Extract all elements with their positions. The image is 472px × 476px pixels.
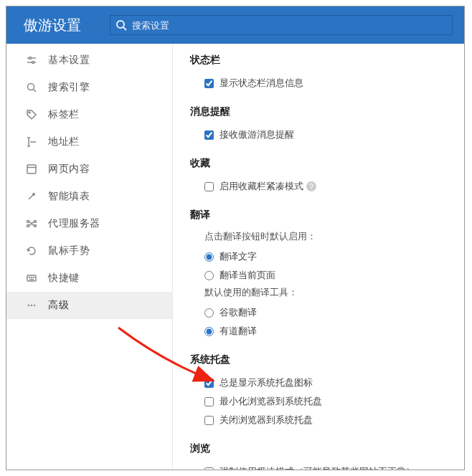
- option-label: 强制使用极速模式（可能导致某些网站不正常）: [220, 465, 415, 470]
- svg-point-6: [28, 84, 34, 90]
- svg-point-19: [34, 225, 37, 227]
- radio-google[interactable]: [204, 308, 214, 318]
- sidebar-item-label: 智能填表: [48, 190, 90, 203]
- content: 状态栏 显示状态栏消息信息 消息提醒 接收傲游消息提醒 收藏 启用收藏栏紧凑模式: [173, 44, 464, 470]
- refresh-icon: [25, 244, 38, 257]
- section-browsing: 浏览 强制使用极速模式（可能导致某些网站不正常）: [190, 442, 450, 470]
- option-label: 关闭浏览器到系统托盘: [220, 414, 313, 427]
- keyboard-icon: [25, 272, 38, 285]
- svg-point-18: [34, 221, 37, 223]
- option-label: 总是显示系统托盘图标: [220, 376, 313, 389]
- section-tray: 系统托盘 总是显示系统托盘图标 最小化浏览器到系统托盘 关闭浏览器到系统托盘: [190, 353, 450, 429]
- option-label: 最小化浏览器到系统托盘: [220, 395, 322, 408]
- option-label: 谷歌翻译: [220, 306, 257, 319]
- sidebar-item-proxy[interactable]: 代理服务器: [6, 210, 172, 237]
- radio-translate-page[interactable]: [204, 271, 214, 280]
- svg-line-7: [34, 90, 37, 92]
- search-input[interactable]: [110, 15, 453, 35]
- checkbox-tray-minimize[interactable]: [204, 397, 214, 406]
- svg-line-1: [123, 27, 126, 30]
- svg-rect-13: [27, 165, 36, 173]
- svg-point-5: [32, 62, 34, 64]
- section-translation: 翻译 点击翻译按钮时默认启用： 翻译文字 翻译当前页面 默认使用的翻译工具： 谷…: [190, 209, 450, 341]
- sidebar-item-label: 标签栏: [48, 108, 80, 121]
- svg-point-17: [27, 225, 29, 227]
- sidebar: 基本设置 搜索引擎 标签栏: [6, 44, 173, 470]
- section-title: 消息提醒: [190, 105, 450, 118]
- radio-translate-text[interactable]: [204, 252, 214, 262]
- section-title: 系统托盘: [190, 353, 450, 366]
- checkbox-tray-close[interactable]: [204, 416, 214, 425]
- header: 傲游设置: [6, 6, 464, 44]
- svg-point-3: [29, 57, 32, 60]
- sidebar-item-label: 高级: [48, 299, 69, 312]
- dots-icon: [25, 299, 38, 312]
- sidebar-item-shortcuts[interactable]: 快捷键: [6, 265, 172, 292]
- sidebar-item-webcontent[interactable]: 网页内容: [6, 156, 172, 183]
- svg-point-16: [27, 221, 29, 223]
- section-favorites: 收藏 启用收藏栏紧凑模式 ?: [190, 157, 450, 196]
- search-icon: [115, 19, 127, 31]
- subtext-onclick: 点击翻译按钮时默认启用：: [190, 229, 450, 247]
- svg-point-8: [29, 112, 30, 113]
- sidebar-item-basic[interactable]: 基本设置: [6, 47, 172, 74]
- option-label: 启用收藏栏紧凑模式: [220, 180, 303, 193]
- help-icon[interactable]: ?: [306, 181, 316, 191]
- svg-point-28: [31, 305, 32, 306]
- section-title: 收藏: [190, 157, 450, 170]
- svg-point-27: [28, 305, 29, 306]
- svg-point-29: [34, 305, 35, 306]
- svg-point-23: [29, 277, 30, 278]
- subtext-default-tool: 默认使用的翻译工具：: [190, 285, 450, 303]
- checkbox-force-speed[interactable]: [204, 467, 214, 470]
- sidebar-item-search[interactable]: 搜索引擎: [6, 74, 172, 101]
- option-label: 翻译当前页面: [220, 269, 275, 282]
- page-icon: [25, 163, 38, 176]
- checkbox-receive-notify[interactable]: [204, 130, 214, 140]
- option-label: 显示状态栏消息信息: [220, 77, 303, 90]
- checkbox-tray-always[interactable]: [204, 379, 214, 388]
- sliders-icon: [25, 54, 38, 67]
- option-label: 有道翻译: [220, 325, 257, 338]
- cursor-icon: [25, 135, 38, 148]
- section-title: 状态栏: [190, 54, 450, 67]
- radio-youdao[interactable]: [204, 327, 214, 336]
- option-label: 翻译文字: [220, 250, 257, 263]
- section-title: 翻译: [190, 209, 450, 222]
- checkbox-fav-compact[interactable]: [204, 182, 214, 191]
- svg-point-24: [32, 277, 32, 278]
- wand-icon: [25, 190, 38, 203]
- sidebar-item-label: 搜索引擎: [48, 81, 90, 94]
- sidebar-item-tabs[interactable]: 标签栏: [6, 101, 172, 128]
- sidebar-item-address[interactable]: 地址栏: [6, 128, 172, 156]
- section-status-bar: 状态栏 显示状态栏消息信息: [190, 54, 450, 92]
- tag-icon: [25, 108, 38, 121]
- sidebar-item-gesture[interactable]: 鼠标手势: [6, 237, 172, 265]
- sidebar-item-autofill[interactable]: 智能填表: [6, 183, 172, 210]
- section-notifications: 消息提醒 接收傲游消息提醒: [190, 105, 450, 144]
- sidebar-item-label: 地址栏: [48, 135, 80, 148]
- search-wrap: [110, 15, 453, 35]
- sidebar-item-label: 快捷键: [48, 272, 80, 285]
- svg-point-25: [34, 277, 34, 278]
- sidebar-item-label: 基本设置: [48, 54, 90, 67]
- page-title: 傲游设置: [24, 16, 81, 35]
- option-label: 接收傲游消息提醒: [220, 128, 294, 141]
- svg-point-0: [117, 21, 124, 28]
- sidebar-item-label: 鼠标手势: [48, 244, 90, 257]
- sidebar-item-label: 网页内容: [48, 163, 90, 176]
- sidebar-item-advanced[interactable]: 高级: [6, 292, 172, 319]
- search-icon: [25, 81, 38, 94]
- section-title: 浏览: [190, 442, 450, 455]
- server-icon: [25, 217, 38, 230]
- sidebar-item-label: 代理服务器: [48, 217, 100, 230]
- checkbox-status-info[interactable]: [204, 79, 214, 88]
